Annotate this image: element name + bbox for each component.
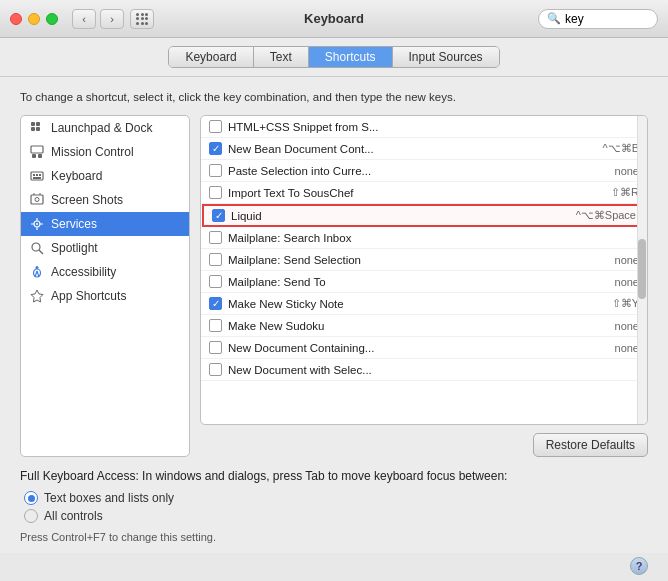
app-shortcuts-icon (29, 288, 45, 304)
shortcut-key-7: none (615, 254, 639, 266)
sidebar-item-spotlight[interactable]: Spotlight (21, 236, 189, 260)
checkbox-10[interactable] (209, 319, 222, 332)
press-hint-text: Press Control+F7 to change this setting. (20, 531, 648, 543)
svg-line-27 (37, 271, 39, 277)
search-input[interactable] (565, 12, 645, 26)
close-button[interactable] (10, 13, 22, 25)
shortcut-row[interactable]: Paste Selection into Curre... none (201, 160, 647, 182)
nav-buttons: ‹ › (72, 9, 124, 29)
grid-button[interactable] (130, 9, 154, 29)
checkbox-8[interactable] (209, 275, 222, 288)
tab-input-sources[interactable]: Input Sources (393, 47, 499, 67)
sidebar-label-mission-control: Mission Control (51, 145, 134, 159)
svg-marker-28 (31, 290, 43, 302)
checkbox-6[interactable] (209, 231, 222, 244)
radio-item-all-controls[interactable]: All controls (24, 509, 648, 523)
svg-rect-4 (31, 146, 43, 153)
svg-point-15 (35, 198, 39, 202)
maximize-button[interactable] (46, 13, 58, 25)
right-panel: HTML+CSS Snippet from S... ✓ New Bean Do… (200, 115, 648, 457)
window-title: Keyboard (304, 11, 364, 26)
checkbox-5[interactable]: ✓ (212, 209, 225, 222)
sidebar-item-app-shortcuts[interactable]: App Shortcuts (21, 284, 189, 308)
sidebar-item-services[interactable]: Services (21, 212, 189, 236)
svg-point-22 (32, 243, 40, 251)
panels: Launchpad & Dock Mission Control Keyboar… (20, 115, 648, 457)
svg-rect-6 (38, 154, 42, 158)
shortcut-key-9: ⇧⌘Y (612, 297, 639, 310)
svg-point-17 (36, 223, 38, 225)
spotlight-icon (29, 240, 45, 256)
shortcut-name-11: New Document Containing... (228, 342, 609, 354)
checkbox-9[interactable]: ✓ (209, 297, 222, 310)
sidebar-item-mission-control[interactable]: Mission Control (21, 140, 189, 164)
tab-shortcuts[interactable]: Shortcuts (309, 47, 393, 67)
svg-rect-0 (31, 122, 35, 126)
sidebar: Launchpad & Dock Mission Control Keyboar… (20, 115, 190, 457)
forward-button[interactable]: › (100, 9, 124, 29)
checkbox-1[interactable] (209, 120, 222, 133)
radio-item-text-boxes[interactable]: Text boxes and lists only (24, 491, 648, 505)
sidebar-item-screen-shots[interactable]: Screen Shots (21, 188, 189, 212)
svg-rect-9 (36, 174, 38, 176)
scrollbar-track[interactable] (637, 116, 647, 424)
checkbox-11[interactable] (209, 341, 222, 354)
scrollbar-thumb[interactable] (638, 239, 646, 299)
checkbox-7[interactable] (209, 253, 222, 266)
launchpad-icon (29, 120, 45, 136)
shortcut-row[interactable]: HTML+CSS Snippet from S... (201, 116, 647, 138)
sidebar-item-accessibility[interactable]: Accessibility (21, 260, 189, 284)
shortcut-row[interactable]: Mailplane: Search Inbox (201, 227, 647, 249)
checkbox-3[interactable] (209, 164, 222, 177)
tab-keyboard[interactable]: Keyboard (169, 47, 253, 67)
radio-group: Text boxes and lists only All controls (20, 491, 648, 523)
radio-label-text-boxes: Text boxes and lists only (44, 491, 174, 505)
shortcut-row[interactable]: ✓ Make New Sticky Note ⇧⌘Y (201, 293, 647, 315)
search-box[interactable]: 🔍 (538, 9, 658, 29)
restore-defaults-row: Restore Defaults (200, 433, 648, 457)
radio-all-controls[interactable] (24, 509, 38, 523)
checkbox-4[interactable] (209, 186, 222, 199)
shortcut-row-highlighted[interactable]: ✓ Liquid ^⌥⌘Space (202, 204, 646, 227)
shortcut-key-4: ⇧⌘R (611, 186, 639, 199)
sidebar-label-services: Services (51, 217, 97, 231)
shortcut-row[interactable]: Mailplane: Send Selection none (201, 249, 647, 271)
checkbox-2[interactable]: ✓ (209, 142, 222, 155)
full-keyboard-label: Full Keyboard Access: In windows and dia… (20, 469, 648, 483)
services-icon (29, 216, 45, 232)
mission-control-icon (29, 144, 45, 160)
radio-text-boxes[interactable] (24, 491, 38, 505)
tabs-container: Keyboard Text Shortcuts Input Sources (0, 38, 668, 77)
tab-text[interactable]: Text (254, 47, 309, 67)
sidebar-item-launchpad[interactable]: Launchpad & Dock (21, 116, 189, 140)
sidebar-item-keyboard[interactable]: Keyboard (21, 164, 189, 188)
shortcut-row[interactable]: Import Text To SousChef ⇧⌘R (201, 182, 647, 204)
svg-rect-10 (39, 174, 41, 176)
shortcut-row[interactable]: ✓ New Bean Document Cont... ^⌥⌘B (201, 138, 647, 160)
shortcut-name-12: New Document with Selec... (228, 364, 633, 376)
shortcut-name-4: Import Text To SousChef (228, 187, 605, 199)
svg-rect-11 (33, 177, 41, 179)
shortcut-name-8: Mailplane: Send To (228, 276, 609, 288)
shortcut-row[interactable]: Mailplane: Send To none (201, 271, 647, 293)
svg-line-23 (39, 250, 43, 254)
tab-group: Keyboard Text Shortcuts Input Sources (168, 46, 499, 68)
minimize-button[interactable] (28, 13, 40, 25)
restore-defaults-button[interactable]: Restore Defaults (533, 433, 648, 457)
checkbox-12[interactable] (209, 363, 222, 376)
shortcut-name-10: Make New Sudoku (228, 320, 609, 332)
shortcut-key-3: none (615, 165, 639, 177)
back-button[interactable]: ‹ (72, 9, 96, 29)
help-button[interactable]: ? (630, 557, 648, 575)
bottom-section: Full Keyboard Access: In windows and dia… (0, 469, 668, 553)
shortcut-row[interactable]: New Document Containing... none (201, 337, 647, 359)
title-bar: ‹ › Keyboard 🔍 (0, 0, 668, 38)
keyboard-icon (29, 168, 45, 184)
shortcut-name-9: Make New Sticky Note (228, 298, 606, 310)
shortcut-row[interactable]: Make New Sudoku none (201, 315, 647, 337)
shortcut-name-2: New Bean Document Cont... (228, 143, 597, 155)
shortcut-row[interactable]: New Document with Selec... (201, 359, 647, 381)
shortcut-key-11: none (615, 342, 639, 354)
shortcut-name-1: HTML+CSS Snippet from S... (228, 121, 633, 133)
shortcut-name-7: Mailplane: Send Selection (228, 254, 609, 266)
